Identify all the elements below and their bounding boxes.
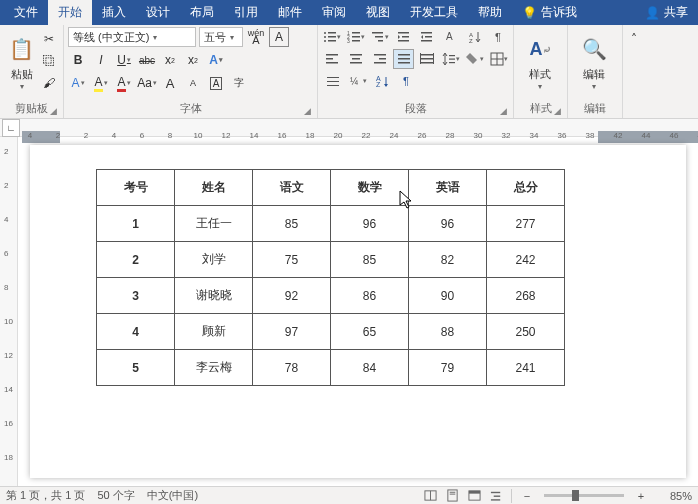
paragraph-launcher[interactable]: ◢ xyxy=(500,106,507,116)
table-header[interactable]: 英语 xyxy=(409,170,487,206)
table-cell[interactable]: 86 xyxy=(331,278,409,314)
char-shading-button[interactable]: A xyxy=(68,73,88,93)
tab-mailings[interactable]: 邮件 xyxy=(268,0,312,25)
language[interactable]: 中文(中国) xyxy=(147,488,198,503)
multilevel-button[interactable]: ▾ xyxy=(370,27,391,47)
table-header[interactable]: 总分 xyxy=(487,170,565,206)
table-cell[interactable]: 85 xyxy=(331,242,409,278)
table-row[interactable]: 5李云梅788479241 xyxy=(97,350,565,386)
table-cell[interactable]: 242 xyxy=(487,242,565,278)
table-cell[interactable]: 88 xyxy=(409,314,487,350)
table-cell[interactable]: 92 xyxy=(253,278,331,314)
table-cell[interactable]: 268 xyxy=(487,278,565,314)
table-cell[interactable]: 75 xyxy=(253,242,331,278)
tab-insert[interactable]: 插入 xyxy=(92,0,136,25)
table-cell[interactable]: 1 xyxy=(97,206,175,242)
table-row[interactable]: 1王任一859696277 xyxy=(97,206,565,242)
text-effects-button[interactable]: A xyxy=(206,50,226,70)
page-count[interactable]: 第 1 页，共 1 页 xyxy=(6,488,85,503)
bold-button[interactable]: B xyxy=(68,50,88,70)
table-cell[interactable]: 84 xyxy=(331,350,409,386)
table-cell[interactable]: 5 xyxy=(97,350,175,386)
data-table[interactable]: 考号姓名语文数学英语总分 1王任一8596962772刘学7585822423谢… xyxy=(96,169,565,386)
zoom-in-button[interactable]: + xyxy=(630,488,652,504)
align-right-button[interactable] xyxy=(370,49,391,69)
tab-developer[interactable]: 开发工具 xyxy=(400,0,468,25)
ruler-horizontal[interactable]: ∟ 42246810121416182022242628303234363842… xyxy=(0,119,698,137)
table-cell[interactable]: 李云梅 xyxy=(175,350,253,386)
zoom-slider[interactable] xyxy=(544,494,624,497)
paste-button[interactable]: 📋 粘贴 ▾ xyxy=(4,27,39,97)
font-name-combo[interactable]: 等线 (中文正文)▾ xyxy=(68,27,196,47)
table-cell[interactable]: 刘学 xyxy=(175,242,253,278)
shrink-font-button[interactable]: A xyxy=(183,73,203,93)
grow-font-button[interactable]: A xyxy=(160,73,180,93)
table-cell[interactable]: 4 xyxy=(97,314,175,350)
table-cell[interactable]: 97 xyxy=(253,314,331,350)
snap-grid-button[interactable] xyxy=(322,71,344,91)
borders-button[interactable]: ▾ xyxy=(488,49,509,69)
table-cell[interactable]: 85 xyxy=(253,206,331,242)
table-cell[interactable]: 241 xyxy=(487,350,565,386)
table-cell[interactable]: 王任一 xyxy=(175,206,253,242)
distributed-button[interactable] xyxy=(417,49,438,69)
clipboard-launcher[interactable]: ◢ xyxy=(50,106,57,116)
table-header[interactable]: 姓名 xyxy=(175,170,253,206)
tell-me[interactable]: 💡告诉我 xyxy=(512,0,587,25)
copy-button[interactable]: ⿻ xyxy=(39,51,59,71)
change-case-button[interactable]: Aa xyxy=(137,73,157,93)
italic-button[interactable]: I xyxy=(91,50,111,70)
tab-review[interactable]: 审阅 xyxy=(312,0,356,25)
align-center-button[interactable] xyxy=(346,49,367,69)
table-cell[interactable]: 3 xyxy=(97,278,175,314)
tab-file[interactable]: 文件 xyxy=(4,0,48,25)
table-header[interactable]: 考号 xyxy=(97,170,175,206)
zoom-out-button[interactable]: − xyxy=(516,488,538,504)
bullets-button[interactable]: ▾ xyxy=(322,27,343,47)
line-spacing-button[interactable]: ▾ xyxy=(441,49,462,69)
share-button[interactable]: 👤共享 xyxy=(635,0,698,25)
ltr-button[interactable]: A xyxy=(441,27,462,47)
tab-help[interactable]: 帮助 xyxy=(468,0,512,25)
table-cell[interactable]: 82 xyxy=(409,242,487,278)
sort-button[interactable]: AZ xyxy=(465,27,486,47)
format-painter-button[interactable]: 🖌 xyxy=(39,73,59,93)
table-cell[interactable]: 2 xyxy=(97,242,175,278)
increase-indent-button[interactable] xyxy=(417,27,438,47)
align-left-button[interactable] xyxy=(322,49,343,69)
table-row[interactable]: 3谢晓晓928690268 xyxy=(97,278,565,314)
outline-button[interactable] xyxy=(485,488,507,504)
highlight-button[interactable]: A xyxy=(91,73,111,93)
document-page[interactable]: 考号姓名语文数学英语总分 1王任一8596962772刘学7585822423谢… xyxy=(30,145,686,478)
superscript-button[interactable]: x2 xyxy=(183,50,203,70)
tab-references[interactable]: 引用 xyxy=(224,0,268,25)
word-count[interactable]: 50 个字 xyxy=(97,488,134,503)
collapse-ribbon-button[interactable]: ˄ xyxy=(624,29,644,49)
table-cell[interactable]: 65 xyxy=(331,314,409,350)
font-color-button[interactable]: A xyxy=(114,73,134,93)
subscript-button[interactable]: x2 xyxy=(160,50,180,70)
table-cell[interactable]: 顾新 xyxy=(175,314,253,350)
cut-button[interactable]: ✂ xyxy=(39,29,59,49)
shading-button[interactable]: ▾ xyxy=(465,49,486,69)
table-cell[interactable]: 250 xyxy=(487,314,565,350)
strikethrough-button[interactable]: abc xyxy=(137,50,157,70)
char-border-button[interactable]: A xyxy=(269,27,289,47)
phonetic-guide-button[interactable]: wénA xyxy=(246,27,266,47)
table-header[interactable]: 语文 xyxy=(253,170,331,206)
table-cell[interactable]: 96 xyxy=(331,206,409,242)
table-cell[interactable]: 90 xyxy=(409,278,487,314)
table-cell[interactable]: 79 xyxy=(409,350,487,386)
zoom-level[interactable]: 85% xyxy=(652,490,692,502)
read-mode-button[interactable] xyxy=(419,488,441,504)
table-header[interactable]: 数学 xyxy=(331,170,409,206)
decrease-indent-button[interactable] xyxy=(393,27,414,47)
tab-view[interactable]: 视图 xyxy=(356,0,400,25)
font-launcher[interactable]: ◢ xyxy=(304,106,311,116)
clear-format-button[interactable]: 字 xyxy=(229,73,249,93)
enclosed-char-button[interactable]: A xyxy=(206,73,226,93)
editing-button[interactable]: 🔍 编辑 ▾ xyxy=(572,27,616,97)
table-row[interactable]: 2刘学758582242 xyxy=(97,242,565,278)
table-cell[interactable]: 96 xyxy=(409,206,487,242)
tab-selector[interactable]: ∟ xyxy=(2,119,20,137)
